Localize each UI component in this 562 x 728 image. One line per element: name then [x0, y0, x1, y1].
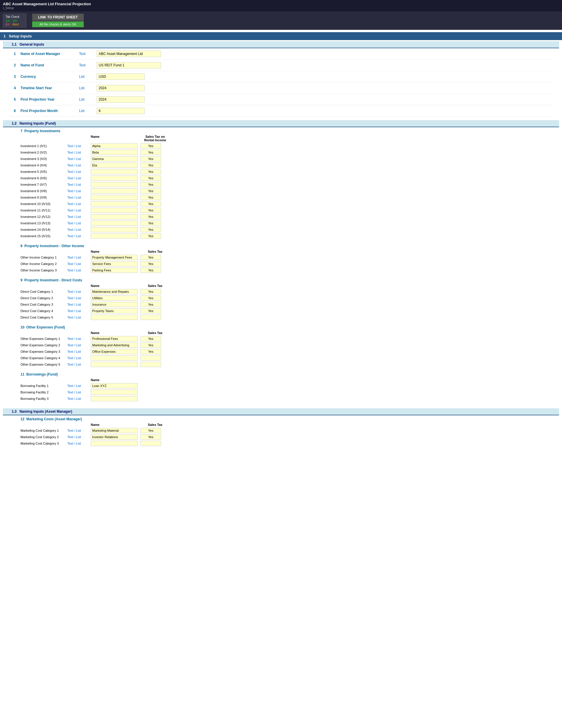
oe-name-4[interactable]: [91, 355, 137, 361]
link-to-front-sheet-button[interactable]: LINK TO FRONT SHEET: [32, 14, 84, 21]
list-item: Investment 8 (IV8) Text / List: [20, 188, 553, 194]
dc-tax-2[interactable]: [140, 295, 161, 301]
group-12-items: Marketing Cost Category 1 Text / List Ma…: [20, 427, 553, 447]
bor-name-3[interactable]: [91, 396, 137, 401]
mc-name-2[interactable]: [91, 434, 137, 440]
list-item: Investment 14 (IV14) Text / List: [20, 226, 553, 233]
subsection-12-title: Naming Inputs (Fund): [20, 121, 56, 125]
list-item: Other Expenses Category 2 Text / List: [20, 342, 553, 348]
inv-tax-5[interactable]: [140, 169, 161, 174]
inv-name-8[interactable]: [91, 188, 137, 194]
dc-tax-3[interactable]: [140, 302, 161, 307]
dc-name-4[interactable]: [91, 308, 137, 314]
oi-name-1[interactable]: [91, 255, 137, 260]
inv-tax-14[interactable]: [140, 227, 161, 232]
oe-tax-2[interactable]: [140, 343, 161, 348]
tab-ok-1: OK: [6, 19, 10, 23]
dc-tax-1[interactable]: [140, 289, 161, 294]
gen-label-6: First Projection Month: [20, 109, 79, 113]
inv-tax-12[interactable]: [140, 214, 161, 219]
inv-name-12[interactable]: [91, 214, 137, 219]
oi-tax-2[interactable]: [140, 261, 161, 266]
oe-name-2[interactable]: [91, 343, 137, 348]
inv-tax-13[interactable]: [140, 221, 161, 226]
inv-tax-11[interactable]: [140, 208, 161, 213]
gen-type-5: List: [79, 97, 97, 101]
inv-name-11[interactable]: [91, 208, 137, 213]
inv-name-6[interactable]: [91, 175, 137, 181]
dc-name-1[interactable]: [91, 289, 137, 294]
inv-name-10[interactable]: [91, 201, 137, 206]
group-10-col-tax-hdr: Sales Tax: [140, 331, 170, 335]
inv-tax-2[interactable]: [140, 150, 161, 155]
oi-name-3[interactable]: [91, 268, 137, 273]
bor-name-2[interactable]: [91, 390, 137, 395]
inv-name-2[interactable]: [91, 150, 137, 155]
mc-name-3[interactable]: [91, 441, 137, 446]
inv-name-9[interactable]: [91, 195, 137, 200]
mc-tax-2[interactable]: [140, 434, 161, 440]
gen-input-6[interactable]: [97, 108, 145, 114]
inv-name-13[interactable]: [91, 221, 137, 226]
oe-tax-1[interactable]: [140, 336, 161, 341]
gen-input-5[interactable]: [97, 96, 145, 103]
inv-tax-7[interactable]: [140, 182, 161, 187]
inv-tax-8[interactable]: [140, 188, 161, 194]
inv-name-15[interactable]: [91, 233, 137, 239]
inv-tax-10[interactable]: [140, 201, 161, 206]
dc-name-5[interactable]: [91, 315, 137, 320]
gen-type-2: Text: [79, 63, 97, 67]
oe-tax-5[interactable]: [140, 362, 161, 367]
inv-tax-3[interactable]: [140, 156, 161, 161]
gen-input-3[interactable]: [97, 73, 145, 80]
section-1-title: Setup Inputs: [9, 34, 32, 38]
oi-name-2[interactable]: [91, 261, 137, 266]
group-11-container: 11 Borrowings (Fund) Name Borrowing Faci…: [3, 371, 559, 405]
gen-type-4: List: [79, 86, 97, 90]
dc-tax-4[interactable]: [140, 308, 161, 314]
tab-err-row: Err Alert: [6, 23, 24, 26]
group-8-title: 8 Property Investment - Other Income: [20, 244, 553, 248]
inv-name-5[interactable]: [91, 169, 137, 174]
subsection-11-number: 1.1: [12, 42, 17, 47]
inv-name-14[interactable]: [91, 227, 137, 232]
inv-tax-9[interactable]: [140, 195, 161, 200]
inv-tax-4[interactable]: [140, 163, 161, 168]
inv-name-4[interactable]: [91, 163, 137, 168]
tab-alert: Alert: [12, 23, 19, 26]
gen-input-4[interactable]: [97, 85, 145, 91]
inv-name-3[interactable]: [91, 156, 137, 161]
inv-name-1[interactable]: [91, 143, 137, 149]
inv-tax-1[interactable]: [140, 143, 161, 149]
inv-tax-15[interactable]: [140, 233, 161, 239]
dc-name-2[interactable]: [91, 295, 137, 301]
oe-tax-3[interactable]: [140, 349, 161, 354]
group-8-col-name-hdr: Name: [91, 250, 140, 253]
mc-name-1[interactable]: [91, 428, 137, 433]
toolbar: Tab Check OK OK Err Alert LINK TO FRONT …: [0, 11, 562, 30]
inv-tax-6[interactable]: [140, 175, 161, 181]
oe-name-3[interactable]: [91, 349, 137, 354]
oe-name-1[interactable]: [91, 336, 137, 341]
oi-tax-1[interactable]: [140, 255, 161, 260]
list-item: Investment 2 (IV2) Text / List: [20, 149, 553, 156]
mc-tax-3[interactable]: [140, 441, 161, 446]
gen-num-5: 5: [9, 97, 20, 101]
gen-label-3: Currency: [20, 75, 79, 79]
dc-name-3[interactable]: [91, 302, 137, 307]
inv-name-7[interactable]: [91, 182, 137, 187]
main-content: 1.1 General Inputs 1 Name of Asset Manag…: [0, 41, 562, 450]
subsection-12-number: 1.2: [12, 121, 17, 125]
dc-tax-5[interactable]: [140, 315, 161, 320]
gen-input-1[interactable]: [97, 51, 161, 57]
oe-tax-4[interactable]: [140, 355, 161, 361]
tab-check-title: Tab Check: [6, 15, 24, 18]
gen-type-1: Text: [79, 52, 97, 56]
bor-name-1[interactable]: [91, 383, 137, 388]
list-item: Direct Cost Category 4 Text / List: [20, 308, 553, 314]
gen-input-2[interactable]: [97, 62, 161, 68]
oe-name-5[interactable]: [91, 362, 137, 367]
oi-tax-3[interactable]: [140, 268, 161, 273]
gen-label-1: Name of Asset Manager: [20, 52, 79, 56]
mc-tax-1[interactable]: [140, 428, 161, 433]
